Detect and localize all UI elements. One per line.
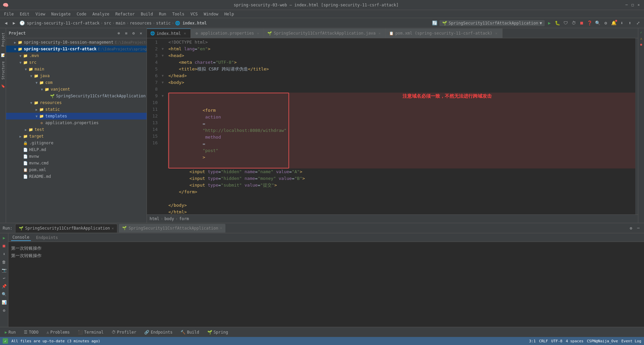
tab-pom[interactable]: 📋 pom.xml (spring-security-11-csrf-attac… xyxy=(386,29,502,38)
camera-button[interactable]: 📷 xyxy=(1,267,7,274)
run-tab-attack[interactable]: 🌱 SpringSecurity11CsrfAttackApplication … xyxy=(119,224,225,233)
menu-run[interactable]: Run xyxy=(156,11,169,17)
nav-src[interactable]: src xyxy=(104,21,111,26)
tree-arrow-vanjcent[interactable]: ▼ xyxy=(40,87,44,92)
run-tab-attack-close[interactable]: ✕ xyxy=(220,226,222,230)
profiler-toolbar-btn[interactable]: ⏱ Profiler xyxy=(110,329,139,335)
status-position[interactable]: 3:1 xyxy=(529,339,536,343)
tab-app-props[interactable]: ⚙ application.properties ✕ xyxy=(191,29,264,38)
tree-item-src[interactable]: ▼ 📁 src xyxy=(6,59,147,66)
tab-close-pom[interactable]: ✕ xyxy=(494,31,499,36)
panel-settings-icon[interactable]: ⚙ xyxy=(628,225,634,231)
menu-build[interactable]: Build xyxy=(138,11,156,17)
menu-tools[interactable]: Tools xyxy=(170,11,187,17)
settings-button[interactable]: ⚙ xyxy=(602,20,609,27)
todo-toolbar-btn[interactable]: ☰ TODO xyxy=(22,329,41,335)
commit-btn[interactable]: 📝 xyxy=(0,52,6,58)
vcs-push-button[interactable]: ⬆ xyxy=(627,20,633,27)
status-crlf[interactable]: CRLF xyxy=(539,339,548,343)
spring-toolbar-btn[interactable]: 🌱 Spring xyxy=(205,329,230,335)
profile-button[interactable]: ⏱ xyxy=(570,20,577,27)
stop-button[interactable]: ⏹ xyxy=(578,20,585,27)
tab-index-html[interactable]: 🌐 index.html ✕ xyxy=(147,29,191,38)
tab-app-java[interactable]: 🌱 SpringSecurity11CsrfAttackApplication.… xyxy=(264,29,385,38)
tab-close-java[interactable]: ✕ xyxy=(377,31,382,36)
menu-file[interactable]: File xyxy=(1,11,16,17)
bookmarks-btn[interactable]: 🔖 xyxy=(0,83,6,89)
tree-item-readme[interactable]: 📄 README.md xyxy=(6,173,147,180)
tree-item-pom[interactable]: 📋 pom.xml xyxy=(6,166,147,173)
code-editor[interactable]: <!DOCTYPE html> <html lang = "en" > <hea… xyxy=(165,38,635,214)
tree-item-mvn[interactable]: ▼ 📁 .mvn xyxy=(6,52,147,59)
tree-arrow-mvn[interactable]: ▼ xyxy=(18,53,23,58)
tree-item-templates[interactable]: ▼ 📁 templates xyxy=(6,113,147,119)
tree-arrow-src[interactable]: ▼ xyxy=(18,60,23,65)
fold-9[interactable]: ▼ xyxy=(160,93,165,99)
status-indent[interactable]: 4 spaces xyxy=(566,339,584,343)
close-panel-icon[interactable]: ✕ xyxy=(138,30,144,36)
fold-1[interactable] xyxy=(160,39,165,46)
sort-button[interactable]: 📊 xyxy=(1,299,7,306)
tree-item-test[interactable]: ▶ 📁 test xyxy=(6,126,147,133)
nav-sync-button[interactable]: 🔄 xyxy=(431,20,438,27)
tab-close-props[interactable]: ✕ xyxy=(256,31,260,36)
right-sidebar-btn1[interactable]: ✓ xyxy=(639,30,644,35)
fold-3[interactable]: ▼ xyxy=(160,52,165,59)
gear-panel-button[interactable]: ⚙ xyxy=(1,307,7,314)
tree-arrow-csrf[interactable]: ▼ xyxy=(13,47,17,51)
tree-item-app-class[interactable]: 🌱 SpringSecurity11CsrfAttackApplication xyxy=(6,93,147,99)
tree-arrow-java-folder[interactable]: ▼ xyxy=(29,73,34,78)
tree-arrow-static[interactable]: ▶ xyxy=(34,107,39,112)
tree-arrow-resources[interactable]: ▼ xyxy=(29,100,34,105)
help-button[interactable]: ❓ xyxy=(586,20,593,27)
minimize-button[interactable]: ─ xyxy=(624,2,629,8)
tree-item-gitignore[interactable]: 🔒 .gitignore xyxy=(6,140,147,146)
nav-main[interactable]: main xyxy=(116,21,125,26)
event-log[interactable]: Event Log xyxy=(621,339,641,343)
search-button[interactable]: 🔍 xyxy=(594,20,601,27)
tree-item-app-props[interactable]: ⚙ application.properties xyxy=(6,119,147,126)
scrollbar[interactable] xyxy=(635,38,638,214)
notifications-button[interactable]: 🔔 xyxy=(610,20,617,27)
close-button[interactable]: ✕ xyxy=(636,2,641,8)
menu-analyze[interactable]: Analyze xyxy=(90,11,112,17)
tree-arrow-session[interactable]: ▶ xyxy=(13,40,17,45)
terminal-toolbar-btn[interactable]: ⬛ Terminal xyxy=(76,329,106,335)
fold-6[interactable]: ▼ xyxy=(160,72,165,79)
stop-panel-button[interactable]: ⏹ xyxy=(1,243,7,249)
coverage-button[interactable]: 🛡 xyxy=(562,20,569,27)
endpoints-toolbar-btn[interactable]: 🔗 Endpoints xyxy=(142,329,174,335)
nav-recent-button[interactable]: 🕐 xyxy=(19,20,25,27)
tree-arrow-main[interactable]: ▼ xyxy=(23,67,28,71)
menu-refactor[interactable]: Refactor xyxy=(113,11,138,17)
run-tab-bank-close[interactable]: ✕ xyxy=(112,226,114,231)
project-panel-toggle[interactable]: Project xyxy=(0,30,6,50)
wrap-button[interactable]: ↩ xyxy=(1,275,7,282)
endpoints-tab[interactable]: Endpoints xyxy=(35,235,59,241)
run-toolbar-btn[interactable]: ▶ Run xyxy=(3,329,18,335)
collapse-all-icon[interactable]: ≡ xyxy=(123,30,129,36)
tree-item-csrf[interactable]: ▼ 📁 spring-security-11-csrf-attack E:\Id… xyxy=(6,46,147,52)
scroll-down-button[interactable]: ⬇ xyxy=(1,251,7,257)
tree-item-resources[interactable]: ▼ 📁 resources xyxy=(6,99,147,106)
menu-vcs[interactable]: VCS xyxy=(188,11,201,17)
nav-file[interactable]: 🌐 index.html xyxy=(175,21,207,26)
tree-arrow-com[interactable]: ▼ xyxy=(34,80,39,85)
tree-item-mvnw[interactable]: 📄 mvnw xyxy=(6,153,147,160)
run-tab-bank[interactable]: 🌱 SpringSecurity11CsrfBankApplication ✕ xyxy=(15,224,118,233)
tree-item-target[interactable]: ▶ 📁 target xyxy=(6,133,147,140)
fold-2[interactable]: ▼ xyxy=(160,46,165,52)
filter-button[interactable]: 🔍 xyxy=(1,291,7,298)
tree-arrow-target[interactable]: ▶ xyxy=(18,134,23,139)
show-options-icon[interactable]: ⚙ xyxy=(130,30,137,36)
vcs-update-button[interactable]: ⬇ xyxy=(619,20,625,27)
tree-item-static[interactable]: ▶ 📁 static xyxy=(6,106,147,113)
maximize-button[interactable]: □ xyxy=(630,2,635,8)
nav-resources[interactable]: resources xyxy=(130,21,152,26)
debug-button[interactable]: 🐛 xyxy=(554,20,561,27)
nav-forward-button[interactable]: ▶ xyxy=(11,20,17,27)
tree-item-vanjcent[interactable]: ▼ 📁 vanjcent xyxy=(6,86,147,93)
run-config-selector[interactable]: 🌱 SpringSecurity11CsrfAttackApplication … xyxy=(439,20,545,26)
panel-minimize-icon[interactable]: ─ xyxy=(635,225,641,231)
menu-code[interactable]: Code xyxy=(74,11,89,17)
